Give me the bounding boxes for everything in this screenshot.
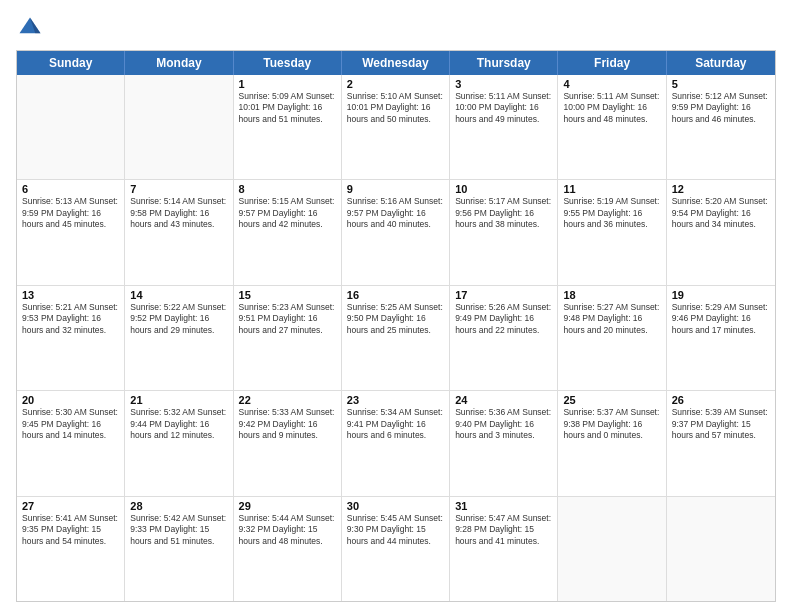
day-number: 28 xyxy=(130,500,227,512)
day-number: 10 xyxy=(455,183,552,195)
cell-info: Sunrise: 5:30 AM Sunset: 9:45 PM Dayligh… xyxy=(22,407,119,441)
day-number: 22 xyxy=(239,394,336,406)
calendar-body: 1Sunrise: 5:09 AM Sunset: 10:01 PM Dayli… xyxy=(17,75,775,601)
cell-info: Sunrise: 5:23 AM Sunset: 9:51 PM Dayligh… xyxy=(239,302,336,336)
day-number: 11 xyxy=(563,183,660,195)
day-number: 14 xyxy=(130,289,227,301)
cell-info: Sunrise: 5:17 AM Sunset: 9:56 PM Dayligh… xyxy=(455,196,552,230)
calendar-row-1: 6Sunrise: 5:13 AM Sunset: 9:59 PM Daylig… xyxy=(17,180,775,285)
cell-info: Sunrise: 5:19 AM Sunset: 9:55 PM Dayligh… xyxy=(563,196,660,230)
calendar-cell-6: 6Sunrise: 5:13 AM Sunset: 9:59 PM Daylig… xyxy=(17,180,125,284)
calendar-cell-7: 7Sunrise: 5:14 AM Sunset: 9:58 PM Daylig… xyxy=(125,180,233,284)
calendar-cell-28: 28Sunrise: 5:42 AM Sunset: 9:33 PM Dayli… xyxy=(125,497,233,601)
cell-info: Sunrise: 5:41 AM Sunset: 9:35 PM Dayligh… xyxy=(22,513,119,547)
calendar-cell-9: 9Sunrise: 5:16 AM Sunset: 9:57 PM Daylig… xyxy=(342,180,450,284)
cell-info: Sunrise: 5:11 AM Sunset: 10:00 PM Daylig… xyxy=(563,91,660,125)
cell-info: Sunrise: 5:16 AM Sunset: 9:57 PM Dayligh… xyxy=(347,196,444,230)
cell-info: Sunrise: 5:39 AM Sunset: 9:37 PM Dayligh… xyxy=(672,407,770,441)
day-number: 9 xyxy=(347,183,444,195)
cell-info: Sunrise: 5:42 AM Sunset: 9:33 PM Dayligh… xyxy=(130,513,227,547)
cell-info: Sunrise: 5:21 AM Sunset: 9:53 PM Dayligh… xyxy=(22,302,119,336)
day-number: 6 xyxy=(22,183,119,195)
calendar-cell-10: 10Sunrise: 5:17 AM Sunset: 9:56 PM Dayli… xyxy=(450,180,558,284)
header-day-monday: Monday xyxy=(125,51,233,75)
cell-info: Sunrise: 5:22 AM Sunset: 9:52 PM Dayligh… xyxy=(130,302,227,336)
calendar-cell-21: 21Sunrise: 5:32 AM Sunset: 9:44 PM Dayli… xyxy=(125,391,233,495)
calendar-cell-26: 26Sunrise: 5:39 AM Sunset: 9:37 PM Dayli… xyxy=(667,391,775,495)
calendar-cell-empty xyxy=(17,75,125,179)
header xyxy=(16,14,776,42)
day-number: 21 xyxy=(130,394,227,406)
header-day-wednesday: Wednesday xyxy=(342,51,450,75)
day-number: 19 xyxy=(672,289,770,301)
cell-info: Sunrise: 5:14 AM Sunset: 9:58 PM Dayligh… xyxy=(130,196,227,230)
calendar-cell-14: 14Sunrise: 5:22 AM Sunset: 9:52 PM Dayli… xyxy=(125,286,233,390)
header-day-sunday: Sunday xyxy=(17,51,125,75)
cell-info: Sunrise: 5:29 AM Sunset: 9:46 PM Dayligh… xyxy=(672,302,770,336)
cell-info: Sunrise: 5:32 AM Sunset: 9:44 PM Dayligh… xyxy=(130,407,227,441)
calendar-cell-22: 22Sunrise: 5:33 AM Sunset: 9:42 PM Dayli… xyxy=(234,391,342,495)
calendar-cell-11: 11Sunrise: 5:19 AM Sunset: 9:55 PM Dayli… xyxy=(558,180,666,284)
calendar-cell-15: 15Sunrise: 5:23 AM Sunset: 9:51 PM Dayli… xyxy=(234,286,342,390)
day-number: 16 xyxy=(347,289,444,301)
calendar-cell-1: 1Sunrise: 5:09 AM Sunset: 10:01 PM Dayli… xyxy=(234,75,342,179)
calendar-cell-27: 27Sunrise: 5:41 AM Sunset: 9:35 PM Dayli… xyxy=(17,497,125,601)
calendar-cell-16: 16Sunrise: 5:25 AM Sunset: 9:50 PM Dayli… xyxy=(342,286,450,390)
day-number: 26 xyxy=(672,394,770,406)
cell-info: Sunrise: 5:34 AM Sunset: 9:41 PM Dayligh… xyxy=(347,407,444,441)
calendar-cell-18: 18Sunrise: 5:27 AM Sunset: 9:48 PM Dayli… xyxy=(558,286,666,390)
header-day-saturday: Saturday xyxy=(667,51,775,75)
day-number: 3 xyxy=(455,78,552,90)
calendar-cell-31: 31Sunrise: 5:47 AM Sunset: 9:28 PM Dayli… xyxy=(450,497,558,601)
calendar-cell-empty xyxy=(125,75,233,179)
calendar-cell-4: 4Sunrise: 5:11 AM Sunset: 10:00 PM Dayli… xyxy=(558,75,666,179)
calendar-cell-25: 25Sunrise: 5:37 AM Sunset: 9:38 PM Dayli… xyxy=(558,391,666,495)
logo xyxy=(16,14,48,42)
day-number: 12 xyxy=(672,183,770,195)
calendar-row-4: 27Sunrise: 5:41 AM Sunset: 9:35 PM Dayli… xyxy=(17,497,775,601)
calendar-cell-30: 30Sunrise: 5:45 AM Sunset: 9:30 PM Dayli… xyxy=(342,497,450,601)
calendar-cell-3: 3Sunrise: 5:11 AM Sunset: 10:00 PM Dayli… xyxy=(450,75,558,179)
day-number: 5 xyxy=(672,78,770,90)
calendar-cell-2: 2Sunrise: 5:10 AM Sunset: 10:01 PM Dayli… xyxy=(342,75,450,179)
day-number: 29 xyxy=(239,500,336,512)
cell-info: Sunrise: 5:11 AM Sunset: 10:00 PM Daylig… xyxy=(455,91,552,125)
day-number: 23 xyxy=(347,394,444,406)
calendar-cell-24: 24Sunrise: 5:36 AM Sunset: 9:40 PM Dayli… xyxy=(450,391,558,495)
day-number: 1 xyxy=(239,78,336,90)
logo-icon xyxy=(16,14,44,42)
day-number: 7 xyxy=(130,183,227,195)
cell-info: Sunrise: 5:36 AM Sunset: 9:40 PM Dayligh… xyxy=(455,407,552,441)
cell-info: Sunrise: 5:25 AM Sunset: 9:50 PM Dayligh… xyxy=(347,302,444,336)
cell-info: Sunrise: 5:20 AM Sunset: 9:54 PM Dayligh… xyxy=(672,196,770,230)
calendar-row-2: 13Sunrise: 5:21 AM Sunset: 9:53 PM Dayli… xyxy=(17,286,775,391)
day-number: 30 xyxy=(347,500,444,512)
day-number: 8 xyxy=(239,183,336,195)
cell-info: Sunrise: 5:47 AM Sunset: 9:28 PM Dayligh… xyxy=(455,513,552,547)
header-day-friday: Friday xyxy=(558,51,666,75)
cell-info: Sunrise: 5:37 AM Sunset: 9:38 PM Dayligh… xyxy=(563,407,660,441)
cell-info: Sunrise: 5:33 AM Sunset: 9:42 PM Dayligh… xyxy=(239,407,336,441)
day-number: 20 xyxy=(22,394,119,406)
cell-info: Sunrise: 5:09 AM Sunset: 10:01 PM Daylig… xyxy=(239,91,336,125)
page: SundayMondayTuesdayWednesdayThursdayFrid… xyxy=(0,0,792,612)
calendar-cell-13: 13Sunrise: 5:21 AM Sunset: 9:53 PM Dayli… xyxy=(17,286,125,390)
cell-info: Sunrise: 5:15 AM Sunset: 9:57 PM Dayligh… xyxy=(239,196,336,230)
calendar-row-0: 1Sunrise: 5:09 AM Sunset: 10:01 PM Dayli… xyxy=(17,75,775,180)
day-number: 13 xyxy=(22,289,119,301)
header-day-thursday: Thursday xyxy=(450,51,558,75)
cell-info: Sunrise: 5:26 AM Sunset: 9:49 PM Dayligh… xyxy=(455,302,552,336)
day-number: 17 xyxy=(455,289,552,301)
cell-info: Sunrise: 5:44 AM Sunset: 9:32 PM Dayligh… xyxy=(239,513,336,547)
day-number: 24 xyxy=(455,394,552,406)
day-number: 25 xyxy=(563,394,660,406)
cell-info: Sunrise: 5:12 AM Sunset: 9:59 PM Dayligh… xyxy=(672,91,770,125)
day-number: 15 xyxy=(239,289,336,301)
calendar: SundayMondayTuesdayWednesdayThursdayFrid… xyxy=(16,50,776,602)
cell-info: Sunrise: 5:27 AM Sunset: 9:48 PM Dayligh… xyxy=(563,302,660,336)
cell-info: Sunrise: 5:45 AM Sunset: 9:30 PM Dayligh… xyxy=(347,513,444,547)
day-number: 27 xyxy=(22,500,119,512)
cell-info: Sunrise: 5:10 AM Sunset: 10:01 PM Daylig… xyxy=(347,91,444,125)
calendar-cell-23: 23Sunrise: 5:34 AM Sunset: 9:41 PM Dayli… xyxy=(342,391,450,495)
calendar-header: SundayMondayTuesdayWednesdayThursdayFrid… xyxy=(17,51,775,75)
